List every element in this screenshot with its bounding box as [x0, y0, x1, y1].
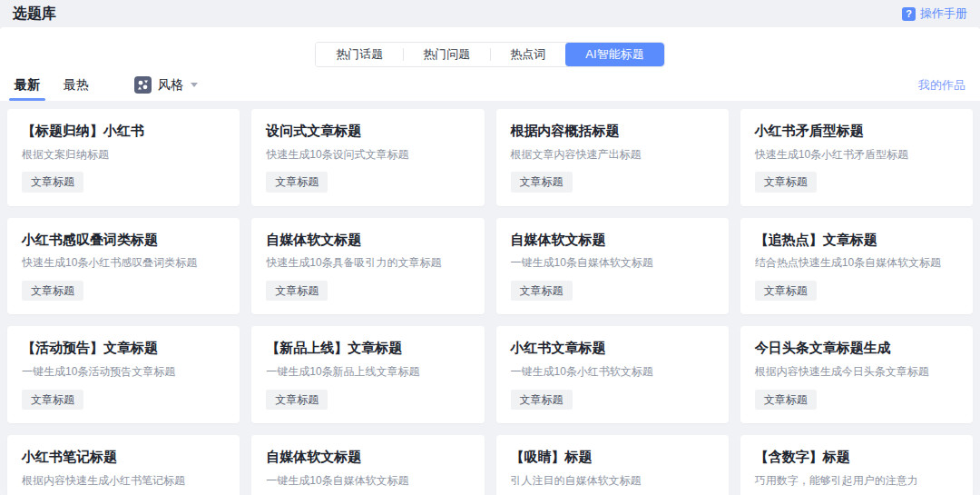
tab-hot-topics[interactable]: 热门话题 [316, 43, 403, 66]
page-title: 选题库 [13, 5, 56, 24]
my-works-link[interactable]: 我的作品 [918, 77, 965, 101]
question-icon: ? [902, 7, 916, 21]
card-tag: 文章标题 [266, 281, 328, 301]
style-filter-dropdown[interactable]: 风格 [134, 76, 198, 101]
topbar: 选题库 ? 操作手册 [0, 0, 980, 27]
main-panel: 热门话题 热门问题 热点词 AI智能标题 最新 最热 风格 [0, 27, 980, 495]
manual-link[interactable]: ? 操作手册 [902, 5, 967, 22]
tab-ai-smart-titles[interactable]: AI智能标题 [565, 43, 663, 66]
card-desc: 结合热点快速生成10条自媒体软文标题 [755, 256, 958, 271]
template-card[interactable]: 自媒体软文标题 一键生成10条自媒体软文标题 文章标题 [251, 435, 484, 495]
template-card[interactable]: 设问式文章标题 快速生成10条设问式文章标题 文章标题 [251, 109, 484, 206]
card-tag: 文章标题 [22, 390, 83, 410]
template-card[interactable]: 根据内容概括标题 根据文章内容快速产出标题 文章标题 [496, 109, 729, 206]
card-title: 根据内容概括标题 [511, 123, 714, 140]
card-desc: 快速生成10条设问式文章标题 [266, 148, 469, 163]
style-icon [134, 76, 152, 94]
manual-link-label: 操作手册 [920, 5, 967, 22]
template-card[interactable]: 小红书感叹叠词类标题 快速生成10条小红书感叹叠词类标题 文章标题 [7, 218, 240, 315]
tab-hot-words[interactable]: 热点词 [490, 43, 565, 66]
card-title: 自媒体软文标题 [266, 449, 469, 466]
style-filter-label: 风格 [158, 77, 183, 94]
card-desc: 根据内容快速生成小红书笔记标题 [22, 474, 225, 489]
template-card[interactable]: 【含数字】标题 巧用数字，能够引起用户的注意力 文章标题 [740, 435, 973, 495]
template-card[interactable]: 今日头条文章标题生成 根据内容快速生成今日头条文章标题 文章标题 [740, 326, 973, 423]
template-card[interactable]: 自媒体软文标题 一键生成10条自媒体软文标题 文章标题 [496, 218, 729, 315]
template-card[interactable]: 【标题归纳】小红书 根据文案归纳标题 文章标题 [7, 109, 240, 206]
card-tag: 文章标题 [22, 281, 83, 301]
tab-hot-questions[interactable]: 热门问题 [403, 43, 490, 66]
card-desc: 一键生成10条小红书软文标题 [511, 365, 714, 380]
card-title: 自媒体软文标题 [511, 232, 714, 249]
template-card[interactable]: 【新品上线】文章标题 一键生成10条新品上线文章标题 文章标题 [251, 326, 484, 423]
card-title: 自媒体软文标题 [266, 232, 469, 249]
chevron-down-icon [191, 83, 198, 87]
card-title: 【含数字】标题 [755, 449, 958, 466]
card-tag: 文章标题 [266, 172, 328, 192]
card-tag: 文章标题 [755, 390, 817, 410]
card-desc: 快速生成10条小红书感叹叠词类标题 [22, 256, 225, 271]
card-title: 【新品上线】文章标题 [266, 340, 469, 357]
card-title: 【追热点】文章标题 [755, 232, 958, 249]
card-tag: 文章标题 [755, 172, 817, 192]
template-card[interactable]: 【活动预告】文章标题 一键生成10条活动预告文章标题 文章标题 [7, 326, 240, 423]
card-desc: 一键生成10条活动预告文章标题 [22, 365, 225, 380]
card-tag: 文章标题 [511, 172, 573, 192]
template-card[interactable]: 小红书矛盾型标题 快速生成10条小红书矛盾型标题 文章标题 [740, 109, 973, 206]
card-title: 【标题归纳】小红书 [22, 123, 225, 140]
card-title: 【活动预告】文章标题 [22, 340, 225, 357]
tabbar-wrap: 热门话题 热门问题 热点词 AI智能标题 [0, 27, 980, 67]
sort-newest[interactable]: 最新 [15, 77, 40, 101]
filter-row: 最新 最热 风格 我的作品 [0, 76, 980, 101]
template-card[interactable]: 【吸睛】标题 引人注目的自媒体软文标题 文章标题 [496, 435, 729, 495]
card-desc: 根据文案归纳标题 [22, 148, 225, 163]
template-card[interactable]: 小红书文章标题 一键生成10条小红书软文标题 文章标题 [496, 326, 729, 423]
card-tag: 文章标题 [755, 281, 817, 301]
card-title: 小红书文章标题 [511, 340, 714, 357]
card-tag: 文章标题 [266, 390, 328, 410]
card-desc: 一键生成10条自媒体软文标题 [511, 256, 714, 271]
card-desc: 快速生成10条具备吸引力的文章标题 [266, 256, 469, 271]
card-tag: 文章标题 [22, 172, 83, 192]
template-card[interactable]: 小红书笔记标题 根据内容快速生成小红书笔记标题 文章标题 [7, 435, 240, 495]
card-tag: 文章标题 [511, 390, 573, 410]
card-tag: 文章标题 [511, 281, 573, 301]
card-title: 今日头条文章标题生成 [755, 340, 958, 357]
tabbar: 热门话题 热门问题 热点词 AI智能标题 [315, 42, 664, 67]
template-card[interactable]: 自媒体软文标题 快速生成10条具备吸引力的文章标题 文章标题 [251, 218, 484, 315]
card-desc: 根据文章内容快速产出标题 [511, 148, 714, 163]
card-grid: 【标题归纳】小红书 根据文案归纳标题 文章标题 设问式文章标题 快速生成10条设… [0, 101, 980, 495]
card-desc: 一键生成10条新品上线文章标题 [266, 365, 469, 380]
topic-library-page: 选题库 ? 操作手册 热门话题 热门问题 热点词 AI智能标题 最新 最热 [0, 0, 980, 495]
card-desc: 巧用数字，能够引起用户的注意力 [755, 474, 958, 489]
card-title: 设问式文章标题 [266, 123, 469, 140]
card-desc: 一键生成10条自媒体软文标题 [266, 474, 469, 489]
card-title: 【吸睛】标题 [511, 449, 714, 466]
card-desc: 快速生成10条小红书矛盾型标题 [755, 148, 958, 163]
card-title: 小红书感叹叠词类标题 [22, 232, 225, 249]
template-card[interactable]: 【追热点】文章标题 结合热点快速生成10条自媒体软文标题 文章标题 [740, 218, 973, 315]
card-desc: 引人注目的自媒体软文标题 [511, 474, 714, 489]
card-title: 小红书矛盾型标题 [755, 123, 958, 140]
sort-hottest[interactable]: 最热 [64, 77, 89, 101]
card-desc: 根据内容快速生成今日头条文章标题 [755, 365, 958, 380]
card-title: 小红书笔记标题 [22, 449, 225, 466]
